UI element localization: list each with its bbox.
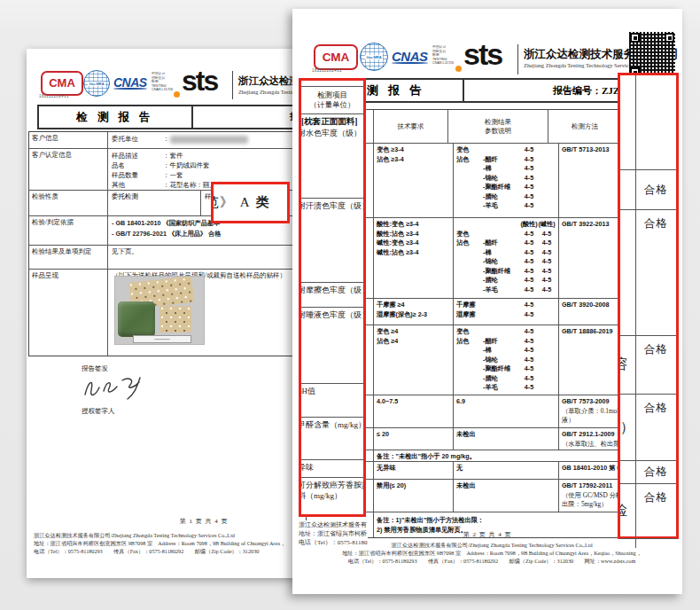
result-value-2 <box>538 301 556 310</box>
result-value: 4-5 <box>520 164 538 174</box>
result-line: -羊毛4-5 <box>456 201 556 211</box>
result-item: -醋纤 <box>483 337 520 347</box>
result-line: 未检出 <box>456 430 556 440</box>
result-line: 干摩擦4-5 <box>456 301 556 310</box>
row-label: 客户信息 <box>29 132 108 148</box>
header-label: 检测结果 <box>485 118 511 127</box>
accreditation-text: 中国认可 国际互认 检测 TESTING CNAS L11726 <box>152 72 173 92</box>
result-line: -锦纶4-54-5 <box>456 257 556 267</box>
colon: ： <box>163 170 170 180</box>
colon: ： <box>163 134 170 144</box>
result-line: 变色4-5 <box>456 327 556 337</box>
result-value-2: 4-5 <box>538 248 556 258</box>
header-label: 检测方法 <box>572 122 598 131</box>
safety-class-text: 》 A <box>220 195 256 209</box>
result-item: -棉 <box>483 248 520 258</box>
magnified-result-cell: 溶合格 <box>620 336 676 395</box>
magnified-column-header: 检测项目 （计量单位） <box>301 86 363 114</box>
orange-dot-icon <box>174 91 180 98</box>
requirement-line: 酸性:沾色 ≥3-4 <box>377 230 450 239</box>
sample-pillowcase <box>159 306 191 332</box>
requirement-line: 沾色 ≥3-4 <box>377 155 450 165</box>
requirement-cell: 无异味 <box>374 462 454 479</box>
result-value-2 <box>538 383 556 393</box>
result-line: -腈纶4-5 <box>456 192 556 202</box>
ilac-mra-logo: ilac-MRA <box>360 43 388 71</box>
result-line: 沾色-醋纤4-54-5 <box>456 239 556 248</box>
result-line: -腈纶4-54-5 <box>456 276 556 285</box>
result-value: 4-5 <box>520 383 538 393</box>
header-label: 参数说明 <box>485 127 511 136</box>
pass-label <box>636 539 676 548</box>
colon: ： <box>163 160 170 170</box>
screenshot-canvas: CMA 181111262431 ilac-MRA CNAS 中国认可 国际互认… <box>0 0 700 610</box>
method-sliver: 溶 <box>620 336 636 394</box>
result-line: 沾色-醋纤4-5 <box>456 337 556 347</box>
result-line: 变色4-5 <box>456 145 556 155</box>
result-cell: 变色4-5沾色-醋纤4-5-棉4-5-锦纶4-5-聚酯纤维4-5-腈纶4-5-羊… <box>454 325 559 395</box>
result-value: 4-5 <box>520 285 538 295</box>
requirement-cell: 禁用(≤ 20) <box>374 480 454 512</box>
result-line: -棉4-5 <box>456 346 556 356</box>
magnified-item-label: 甲醛含量（mg/kg） <box>301 419 363 430</box>
result-value-2 <box>538 174 556 184</box>
result-label <box>456 267 483 277</box>
pass-label <box>636 75 676 169</box>
result-value <box>520 464 538 473</box>
accreditation-text: 中国认可 国际互认 检测 TESTING CNAS L11726 <box>432 45 454 66</box>
result-item <box>483 397 520 407</box>
magnified-item-label: 可分解致癌芳香胺染 <box>301 480 363 490</box>
result-line: -锦纶4-5 <box>456 356 556 365</box>
magnified-item-cell: 耐摩擦色牢度（级） <box>301 283 363 308</box>
result-label <box>456 257 483 267</box>
field-key: 样品描述 <box>112 151 163 160</box>
cnas-logo: CNAS <box>113 75 147 90</box>
annotation-box-test-items: 检测项目 （计量单位） [枕套正面面料]耐水色牢度（级）耐汗渍色牢度（级）耐摩擦… <box>299 78 366 517</box>
magnified-item-label: 耐水色牢度（级） <box>301 128 363 138</box>
result-cell: 未检出 <box>454 480 559 512</box>
annotation-box-conclusions: 合格合格溶合格g）合格合格检合格 <box>618 73 679 539</box>
result-value-2 <box>538 464 556 473</box>
requirement-line: 酸性:变色 ≥3-4 <box>377 220 450 230</box>
cma-number: 181111262431 <box>312 68 342 73</box>
result-label: 变色 <box>456 327 483 337</box>
magnified-safety-class: 范》 A 类 <box>214 194 271 211</box>
magnified-result-cell: g）合格 <box>620 395 676 461</box>
result-item: -腈纶 <box>483 192 520 202</box>
result-item: -棉 <box>483 164 520 174</box>
result-label <box>456 164 483 174</box>
result-value: 4-5 <box>520 276 538 285</box>
result-item: -羊毛 <box>483 201 520 211</box>
requirement-line: 变色 ≥4 <box>377 327 450 337</box>
requirement-cell: 变色 ≥3-4沾色 ≥3-4 <box>374 144 454 217</box>
clipped-char: 范 <box>214 194 220 211</box>
cma-logo: CMA <box>314 44 358 70</box>
result-value: 4-5 <box>520 337 538 347</box>
magnified-item-label: 耐汗渍色牢度（级） <box>301 200 363 211</box>
row-label: 检验性质 <box>29 191 108 215</box>
result-label: 变色 <box>456 230 483 239</box>
magnified-item-label: 耐摩擦色牢度（级） <box>301 285 363 295</box>
magnified-section-label: [枕套正面面料] <box>301 116 363 128</box>
clipped-sliver-char: 溶 <box>620 356 628 374</box>
requirement-cell: ≤ 20 <box>374 428 454 450</box>
magnified-result-cell: 合格 <box>620 210 676 336</box>
result-value-2 <box>538 155 556 165</box>
result-value-2 <box>538 397 556 407</box>
result-value: 4-5 <box>520 239 538 248</box>
result-value <box>520 481 538 491</box>
header-requirement: 技术要求 <box>374 110 448 143</box>
requirement-cell: 酸性:变色 ≥3-4酸性:沾色 ≥3-4碱性:变色 ≥3-4碱性:沾色 ≥3-4 <box>374 218 454 298</box>
result-label: 沾色 <box>456 239 483 248</box>
result-item: -腈纶 <box>483 374 520 384</box>
result-value-2 <box>538 337 556 347</box>
result-value: 4-5 <box>520 230 538 239</box>
sign-issue-label: 报告签发 <box>82 364 108 373</box>
authorized-signatory-label: 授权签字人 <box>82 407 115 416</box>
result-label <box>456 201 483 211</box>
field-key: 委托单位 <box>112 134 163 144</box>
result-label: 沾色 <box>456 155 483 165</box>
header-divider <box>232 71 233 99</box>
magnified-item-cell: 异味 <box>301 460 363 478</box>
result-line: -聚酯纤维4-5 <box>456 183 556 192</box>
